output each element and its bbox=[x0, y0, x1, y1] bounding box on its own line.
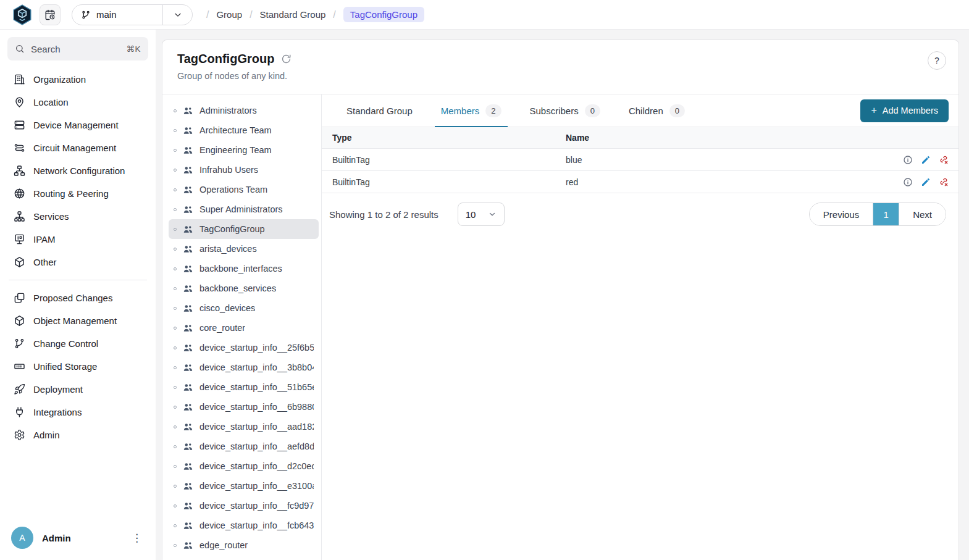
empty-content-area bbox=[322, 235, 959, 560]
group-list-item[interactable]: device_startup_info__25f6b5ec bbox=[169, 338, 319, 357]
group-list-item[interactable]: Architecture Team bbox=[169, 120, 319, 140]
group-list-item[interactable]: device_startup_info__aad18286 bbox=[169, 417, 319, 437]
sidebar-item-other[interactable]: Other bbox=[7, 251, 148, 274]
group-list-item[interactable]: device_startup_info__3b8b0416 bbox=[169, 357, 319, 377]
users-icon bbox=[183, 461, 193, 472]
cell-type: BuiltinTag bbox=[322, 177, 566, 187]
members-table: BuiltinTagblueBuiltinTagred bbox=[322, 149, 959, 193]
group-name: device_startup_info__6b988093 bbox=[199, 402, 314, 412]
tab-children[interactable]: Children0 bbox=[623, 94, 691, 127]
group-list-item[interactable]: edge_router bbox=[169, 535, 319, 555]
group-list-item[interactable]: device_startup_info__6b988093 bbox=[169, 397, 319, 417]
search-input[interactable]: Search ⌘K bbox=[7, 37, 148, 61]
sidebar-item-admin[interactable]: Admin bbox=[7, 424, 148, 446]
user-menu[interactable]: A Admin ⋮ bbox=[7, 523, 148, 551]
group-name: device_startup_info__aefd8d47 bbox=[199, 441, 314, 451]
sidebar-item-proposed-changes[interactable]: Proposed Changes bbox=[7, 286, 148, 309]
tab-standard-group[interactable]: Standard Group bbox=[340, 94, 419, 127]
bullet-icon bbox=[174, 465, 177, 468]
group-list-item[interactable]: cisco_devices bbox=[169, 298, 319, 318]
sidebar-item-label: Organization bbox=[33, 74, 86, 85]
group-name: device_startup_info__e3100ace bbox=[199, 481, 314, 491]
group-list-item[interactable]: backbone_interfaces bbox=[169, 259, 319, 278]
chevron-down-icon bbox=[488, 210, 497, 219]
tab-label: Members bbox=[441, 106, 480, 116]
breadcrumb-group[interactable]: Group bbox=[216, 9, 242, 20]
group-list-item[interactable]: device_startup_info__e3100ace bbox=[169, 476, 319, 496]
branch-selector[interactable]: main bbox=[72, 4, 193, 25]
sidebar-item-object-management[interactable]: Object Management bbox=[7, 309, 148, 332]
table-header: Type Name bbox=[322, 127, 959, 149]
sidebar-item-ipam[interactable]: IPAM bbox=[7, 228, 148, 251]
sidebar-item-circuit-management[interactable]: Circuit Management bbox=[7, 136, 148, 159]
table-row[interactable]: BuiltinTagblue bbox=[322, 149, 959, 171]
sidebar-item-routing-peering[interactable]: Routing & Peering bbox=[7, 182, 148, 205]
breadcrumb-current[interactable]: TagConfigGroup bbox=[343, 7, 424, 22]
unlink-icon[interactable] bbox=[939, 177, 949, 187]
group-list-item[interactable]: Infrahub Users bbox=[169, 160, 319, 180]
users-icon bbox=[183, 125, 193, 136]
bullet-icon bbox=[174, 149, 177, 152]
chevron-down-icon bbox=[173, 10, 183, 20]
group-list-item[interactable]: core_router bbox=[169, 318, 319, 338]
group-list-item[interactable]: device_startup_info__51b65edb bbox=[169, 377, 319, 397]
group-list: AdministratorsArchitecture TeamEngineeri… bbox=[162, 94, 322, 560]
search-label: Search bbox=[31, 44, 61, 54]
tab-subscribers[interactable]: Subscribers0 bbox=[524, 94, 606, 127]
sidebar-item-change-control[interactable]: Change Control bbox=[7, 332, 148, 355]
sidebar-item-services[interactable]: Services bbox=[7, 205, 148, 228]
edit-pencil-icon[interactable] bbox=[921, 155, 931, 165]
sidebar-item-location[interactable]: Location bbox=[7, 91, 148, 114]
previous-page-button[interactable]: Previous bbox=[810, 203, 873, 225]
branch-dropdown-toggle[interactable] bbox=[162, 5, 192, 25]
current-page-button[interactable]: 1 bbox=[873, 203, 899, 225]
group-list-item[interactable]: Operations Team bbox=[169, 180, 319, 199]
map-pin-icon bbox=[14, 96, 25, 108]
column-header-type: Type bbox=[322, 133, 566, 143]
bullet-icon bbox=[174, 228, 177, 231]
sidebar-item-label: Services bbox=[33, 211, 69, 222]
group-list-item[interactable]: device_startup_info__fcb6439b bbox=[169, 516, 319, 535]
group-list-item[interactable]: Engineering Team bbox=[169, 140, 319, 160]
group-list-item[interactable]: device_startup_info__d2c0ed2a bbox=[169, 456, 319, 476]
tab-members[interactable]: Members2 bbox=[435, 94, 508, 127]
breadcrumb-standard-group[interactable]: Standard Group bbox=[260, 9, 326, 20]
page-size-select[interactable]: 10 bbox=[458, 203, 505, 226]
unlink-icon[interactable] bbox=[939, 155, 949, 165]
add-members-button[interactable]: + Add Members bbox=[860, 99, 949, 122]
sidebar-item-integrations[interactable]: Integrations bbox=[7, 401, 148, 424]
user-kebab-menu-icon[interactable]: ⋮ bbox=[127, 529, 147, 547]
infrahub-logo[interactable] bbox=[11, 4, 33, 26]
refresh-icon[interactable] bbox=[281, 54, 292, 64]
table-row[interactable]: BuiltinTagred bbox=[322, 171, 959, 193]
storage-icon bbox=[14, 361, 25, 372]
users-icon bbox=[183, 540, 193, 551]
group-list-item[interactable]: backbone_services bbox=[169, 278, 319, 298]
edit-pencil-icon[interactable] bbox=[921, 177, 931, 187]
group-list-item[interactable]: Super Administrators bbox=[169, 199, 319, 219]
sidebar-item-organization[interactable]: Organization bbox=[7, 68, 148, 91]
help-button[interactable]: ? bbox=[928, 51, 946, 70]
group-list-item[interactable]: device_startup_info__fc9d9727 bbox=[169, 496, 319, 516]
breadcrumb-separator: / bbox=[250, 9, 252, 20]
hierarchy-icon bbox=[14, 211, 25, 222]
next-page-button[interactable]: Next bbox=[899, 203, 946, 225]
row-actions bbox=[897, 177, 959, 187]
tab-label: Children bbox=[629, 106, 663, 116]
group-list-item[interactable]: device_startup_info__aefd8d47 bbox=[169, 437, 319, 456]
info-icon[interactable] bbox=[903, 155, 913, 165]
sidebar-item-network-configuration[interactable]: Network Configuration bbox=[7, 159, 148, 182]
sidebar-item-unified-storage[interactable]: Unified Storage bbox=[7, 355, 148, 378]
sidebar-item-device-management[interactable]: Device Management bbox=[7, 114, 148, 136]
group-name: edge_router bbox=[199, 540, 248, 550]
group-list-item[interactable]: arista_devices bbox=[169, 239, 319, 259]
time-travel-button[interactable] bbox=[40, 4, 61, 25]
users-icon bbox=[183, 165, 193, 175]
group-list-item[interactable]: TagConfigGroup bbox=[169, 219, 319, 239]
bullet-icon bbox=[174, 524, 177, 527]
sidebar-divider bbox=[9, 280, 147, 280]
group-name: Infrahub Users bbox=[199, 165, 258, 175]
sidebar-item-deployment[interactable]: Deployment bbox=[7, 378, 148, 401]
info-icon[interactable] bbox=[903, 177, 913, 187]
group-list-item[interactable]: Administrators bbox=[169, 101, 319, 120]
